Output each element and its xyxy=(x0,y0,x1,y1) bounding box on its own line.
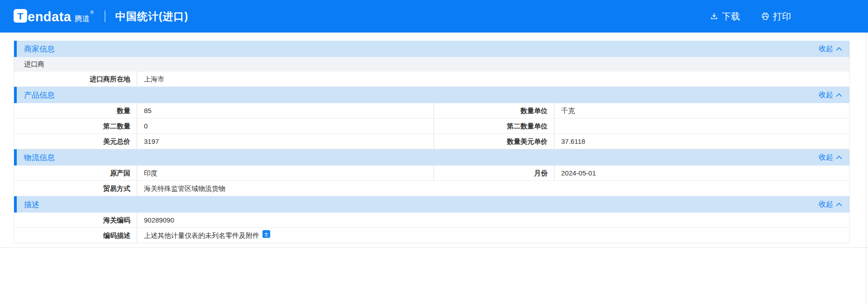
row-left-half: 第二数量 0 xyxy=(14,118,434,133)
header-divider xyxy=(105,10,105,22)
svg-text:文: 文 xyxy=(264,232,269,237)
field-value: 海关特殊监管区域物流货物 xyxy=(137,181,849,196)
field-label: 进口商所在地 xyxy=(14,71,137,86)
collapse-label: 收起 xyxy=(819,44,833,54)
row-right-half: 月份 2024-05-01 xyxy=(434,166,849,180)
table-row: 数量 85 数量单位 千克 xyxy=(14,103,849,118)
field-value: 90289090 xyxy=(137,213,849,227)
table-row: 美元总价 3197 数量美元单价 37.6118 xyxy=(14,134,849,149)
app-header: T endata 腾道 ® 中国统计(进口) 下载 打印 xyxy=(0,0,868,33)
field-value: 0 xyxy=(137,118,434,133)
row-right-half: 数量美元单价 37.6118 xyxy=(434,134,849,149)
section-title: 产品信息 xyxy=(24,90,55,100)
download-label: 下载 xyxy=(722,12,740,21)
table-row: 海关编码 90289090 xyxy=(14,213,849,228)
field-label: 美元总价 xyxy=(14,134,137,149)
printer-icon xyxy=(761,12,770,21)
field-label: 月份 xyxy=(434,166,554,180)
table-row: 进口商所在地 上海市 xyxy=(14,71,849,87)
hs-description-text: 上述其他计量仪表的未列名零件及附件 xyxy=(144,228,259,243)
section-header-product: 产品信息 收起 xyxy=(14,87,849,103)
header-actions: 下载 打印 xyxy=(710,12,868,21)
row-left-half: 原产国 印度 xyxy=(14,166,434,180)
field-label: 数量 xyxy=(14,103,137,118)
tendata-logo-icon: T xyxy=(14,9,27,23)
field-value: 上述其他计量仪表的未列名零件及附件 文 xyxy=(137,228,849,243)
section-header-description: 描述 收起 xyxy=(14,196,849,213)
page-title: 中国统计(进口) xyxy=(115,9,188,24)
field-label: 数量单位 xyxy=(434,103,554,118)
section-title: 物流信息 xyxy=(24,152,55,163)
table-row: 编码描述 上述其他计量仪表的未列名零件及附件 文 xyxy=(14,228,849,243)
field-label: 海关编码 xyxy=(14,213,137,227)
chevron-up-icon xyxy=(836,45,842,53)
section-header-logistics: 物流信息 收起 xyxy=(14,149,849,166)
chevron-up-icon xyxy=(836,153,842,161)
registered-mark: ® xyxy=(90,10,93,15)
collapse-label: 收起 xyxy=(819,90,833,100)
field-value: 千克 xyxy=(554,103,849,118)
chevron-up-icon xyxy=(836,200,842,208)
row-left-half: 数量 85 xyxy=(14,103,434,118)
logo-chinese-name: 腾道 xyxy=(74,14,90,24)
field-label: 原产国 xyxy=(14,166,137,180)
logo-wordmark: endata xyxy=(28,10,71,24)
field-value: 上海市 xyxy=(137,71,849,86)
table-row: 贸易方式 海关特殊监管区域物流货物 xyxy=(14,181,849,196)
collapse-button-product[interactable]: 收起 xyxy=(819,90,842,100)
tendata-logo[interactable]: T endata 腾道 ® xyxy=(14,9,94,24)
field-value: 2024-05-01 xyxy=(554,166,849,180)
field-label: 第二数量 xyxy=(14,118,137,133)
print-button[interactable]: 打印 xyxy=(761,12,791,21)
field-label: 数量美元单价 xyxy=(434,134,554,149)
table-row: 原产国 印度 月份 2024-05-01 xyxy=(14,166,849,181)
row-right-half: 第二数量单位 xyxy=(434,118,849,133)
field-value: 3197 xyxy=(137,134,434,149)
field-value: 37.6118 xyxy=(554,134,849,149)
collapse-button-logistics[interactable]: 收起 xyxy=(819,153,842,162)
scrollbar-track[interactable] xyxy=(866,33,866,303)
field-label: 贸易方式 xyxy=(14,181,137,196)
print-label: 打印 xyxy=(773,12,791,21)
download-icon xyxy=(710,12,719,21)
field-value: 85 xyxy=(137,103,434,118)
download-button[interactable]: 下载 xyxy=(710,12,740,21)
row-left-half: 美元总价 3197 xyxy=(14,134,434,149)
importer-subheader: 进口商 xyxy=(14,57,849,71)
table-row: 第二数量 0 第二数量单位 xyxy=(14,118,849,134)
chevron-up-icon xyxy=(836,91,842,99)
collapse-button-merchant[interactable]: 收起 xyxy=(819,44,842,54)
section-header-merchant: 商家信息 收起 xyxy=(14,41,849,57)
field-value xyxy=(554,118,849,133)
content-bottom-border xyxy=(0,247,868,248)
field-label: 编码描述 xyxy=(14,228,137,243)
collapse-button-description[interactable]: 收起 xyxy=(819,200,842,209)
row-right-half: 数量单位 千克 xyxy=(434,103,849,118)
translate-icon[interactable]: 文 xyxy=(262,228,270,243)
section-title: 商家信息 xyxy=(24,44,55,54)
collapse-label: 收起 xyxy=(819,200,833,209)
field-value: 印度 xyxy=(137,166,434,180)
section-title: 描述 xyxy=(24,199,39,210)
record-detail: 商家信息 收起 进口商 进口商所在地 上海市 产品信息 收起 数量 85 数量单… xyxy=(14,41,850,243)
field-label: 第二数量单位 xyxy=(434,118,554,133)
logo-letter: T xyxy=(18,11,24,21)
collapse-label: 收起 xyxy=(819,153,833,162)
